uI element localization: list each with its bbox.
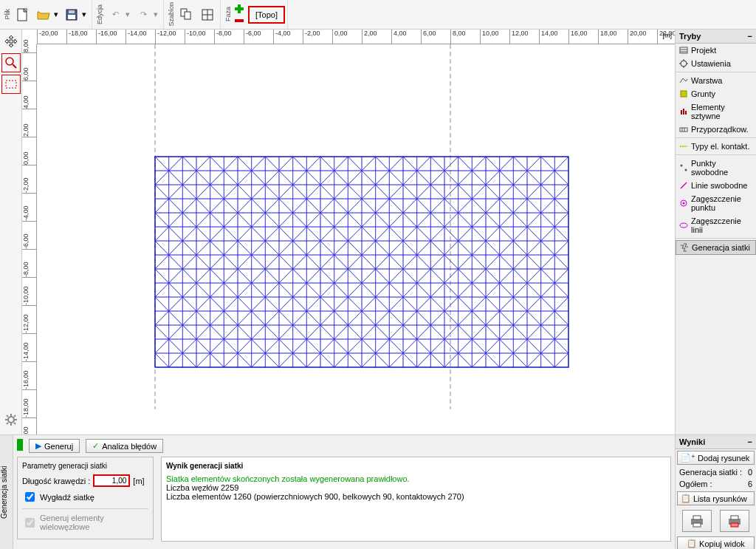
drawing-canvas[interactable] [37,44,675,434]
generate-button[interactable]: ▶Generuj [29,439,80,453]
svg-rect-33 [683,109,684,115]
ruler-tick: -6,00 [22,241,37,250]
mode-icon [679,59,688,68]
svg-line-21 [14,423,16,424]
ruler-tick: -16,00 [22,381,37,390]
svg-rect-27 [680,47,687,53]
edit-menu-label: Edycja [94,4,105,24]
ruler-tick: 6,00 [22,72,37,81]
undo-button[interactable]: ↶ [105,4,126,25]
results-title: Wynik generacji siatki [166,462,666,470]
mode-item-ustawienia[interactable]: Ustawienia [676,57,756,70]
template-copy-button[interactable] [197,4,218,25]
print-button[interactable] [682,510,712,532]
ruler-tick: 0,00 [22,157,37,166]
total-count-label: Ogółem : [679,480,712,488]
save-file-button[interactable] [61,4,82,25]
svg-rect-47 [693,523,701,527]
phase-add-button[interactable] [233,3,245,15]
add-drawing-button[interactable]: 📄⁺Dodaj rysunek [677,451,755,465]
redo-button[interactable]: ↷ [133,4,154,25]
zoom-tool[interactable] [1,53,21,72]
svg-rect-31 [681,91,687,97]
mode-label: Punkty swobodne [691,159,752,177]
mode-item-elementy-sztywne[interactable]: Elementy sztywne [676,100,756,123]
minimize-icon[interactable]: − [748,437,752,446]
svg-point-43 [683,202,685,205]
mode-label: Zagęszczenie punktu [691,194,752,212]
ruler-tick: -4,00 [273,30,291,44]
ruler-tick: -10,00 [185,30,206,44]
ruler-tick: 10,00 [480,30,499,44]
ruler-tick: -14,00 [22,353,37,362]
ruler-tick: 18,00 [598,30,617,44]
ruler-tick: 4,00 [22,100,37,109]
ruler-tick: -12,00 [155,30,176,44]
move-tool[interactable] [1,32,21,51]
ruler-tick: -10,00 [22,297,37,306]
svg-point-15 [8,417,14,423]
ruler-tick: -8,00 [214,30,232,44]
mode-label: Generacja siatki [692,243,750,252]
select-region-tool[interactable] [1,75,21,94]
mode-item-grunty[interactable]: Grunty [676,87,756,100]
edge-length-unit: [m] [133,477,144,485]
mode-icon [679,199,688,208]
analyze-errors-button[interactable]: ✓Analiza błędów [86,439,163,453]
edge-length-input[interactable] [93,474,130,487]
mode-icon [679,107,688,116]
minimize-icon[interactable]: − [748,32,752,41]
topo-button[interactable]: [Topo] [248,6,285,24]
mode-label: Warstwa [691,76,722,85]
ruler-tick: -8,00 [22,269,37,278]
results-element-count: Liczba elementów 1260 (powierzchniowych … [166,492,666,501]
mode-label: Przyporządkow. [691,125,749,134]
open-file-button[interactable] [33,4,54,25]
mode-item-punkty-swobodne[interactable]: Punkty swobodne [676,157,756,179]
phase-menu-label: Faza [223,7,233,21]
mode-item-projekt[interactable]: Projekt [676,44,756,57]
phase-remove-button[interactable] [233,15,245,27]
results-success-msg: Siatka elementów skończonych została wyg… [166,474,666,483]
ruler-tick: 2,00 [22,129,37,137]
svg-rect-34 [685,111,687,115]
mode-icon [679,89,688,98]
smooth-mesh-checkbox[interactable] [25,492,35,502]
ruler-tick: 6,00 [421,30,436,44]
mode-label: Elementy sztywne [691,103,752,120]
mode-item-przyporz-dkow-[interactable]: Przyporządkow. [676,123,756,136]
svg-rect-32 [681,110,682,115]
gen-count-value: 0 [748,468,752,477]
total-count-value: 6 [748,480,752,488]
svg-line-20 [7,415,8,417]
ruler-tick: -2,00 [303,30,320,44]
drawing-list-button[interactable]: 📋Lista rysunków [677,491,755,505]
print-color-button[interactable] [720,510,749,532]
ruler-tick: 14,00 [539,30,558,44]
mode-item-linie-swobodne[interactable]: Linie swobodne [676,179,756,192]
gen-count-label: Generacja siatki : [679,468,742,477]
svg-rect-14 [6,81,16,88]
copy-view-button[interactable]: 📋Kopiuj widok [677,536,755,549]
svg-rect-5 [185,12,190,19]
mode-item-zag-szczenie-linii[interactable]: Zagęszczenie linii [676,214,756,236]
ruler-tick: -4,00 [22,213,37,222]
canvas-wrap: [m] -20,00-18,00-16,00-14,00-12,00-10,00… [22,30,675,434]
svg-point-39 [681,165,683,167]
ruler-tick: 8,00 [22,44,37,53]
settings-gear-button[interactable] [2,411,20,429]
ruler-tick: 12,00 [509,30,529,44]
mode-icon [679,125,688,134]
left-toolbar [0,30,22,434]
mode-item-zag-szczenie-punktu[interactable]: Zagęszczenie punktu [676,192,756,214]
results-node-count: Liczba węzłów 2259 [166,483,666,492]
new-file-button[interactable] [13,4,33,25]
ruler-tick: -18,00 [22,409,37,418]
mode-item-warstwa[interactable]: Warstwa [676,74,756,87]
svg-point-12 [6,58,13,65]
mode-item-typy-el-kontakt-[interactable]: Typy el. kontakt. [676,140,756,153]
mode-item-generacja-siatki[interactable]: Generacja siatki [676,240,756,255]
ruler-tick: 8,00 [450,30,466,44]
ruler-tick: -6,00 [244,30,261,44]
template-button[interactable] [176,4,197,25]
